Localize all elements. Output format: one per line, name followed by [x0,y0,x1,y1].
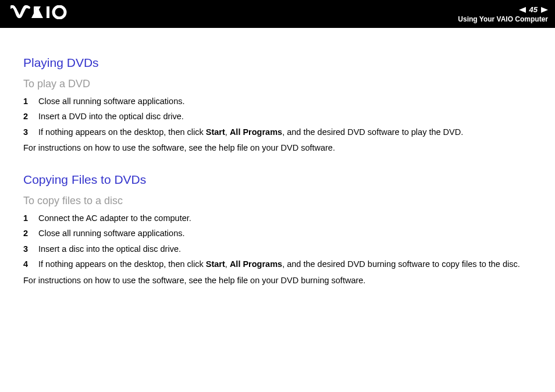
svg-point-3 [54,6,65,18]
step-item: 1 Close all running software application… [23,96,532,108]
step-text: Connect the AC adapter to the computer. [38,213,532,224]
section-subtitle: To copy files to a disc [23,194,532,208]
svg-rect-2 [47,6,49,18]
step-number: 2 [23,228,38,240]
step-item: 1 Connect the AC adapter to the computer… [23,213,532,224]
step-text: Insert a disc into the optical disc driv… [38,244,532,255]
section-copying-dvds: Copying Files to DVDs To copy files to a… [23,172,532,286]
step-bold: All Programs [230,259,282,269]
step-number: 4 [23,259,38,270]
step-list: 1 Close all running software application… [23,96,532,138]
page-number: 45 [529,5,538,14]
step-number: 3 [23,244,38,255]
step-text-fragment: , and the desired DVD burning software t… [282,259,520,269]
page-content: Playing DVDs To play a DVD 1 Close all r… [0,28,555,286]
svg-marker-4 [519,7,526,13]
page-header: 45 Using Your VAIO Computer [0,0,555,28]
section-title: Copying Files to DVDs [23,172,532,188]
step-text: Close all running software applications. [38,96,532,108]
step-text-fragment: , and the desired DVD software to play t… [282,127,463,137]
section-note: For instructions on how to use the softw… [23,275,532,287]
step-list: 1 Connect the AC adapter to the computer… [23,213,532,270]
step-text-fragment: If nothing appears on the desktop, then … [38,259,206,269]
section-title: Playing DVDs [23,55,532,71]
step-text: Insert a DVD into the optical disc drive… [38,111,532,123]
svg-marker-5 [541,7,548,13]
next-page-arrow-icon[interactable] [541,7,548,13]
step-bold: Start [206,259,225,269]
vaio-logo [10,0,74,24]
step-item: 3 If nothing appears on the desktop, the… [23,127,532,138]
step-number: 2 [23,111,38,123]
step-item: 2 Insert a DVD into the optical disc dri… [23,111,532,123]
section-subtitle: To play a DVD [23,77,532,91]
step-text-fragment: , [225,127,230,137]
section-playing-dvds: Playing DVDs To play a DVD 1 Close all r… [23,55,532,154]
header-subtitle: Using Your VAIO Computer [458,15,548,23]
header-right: 45 Using Your VAIO Computer [458,5,548,24]
prev-page-arrow-icon[interactable] [519,7,526,13]
step-text-fragment: If nothing appears on the desktop, then … [38,127,206,137]
step-number: 1 [23,96,38,108]
step-item: 2 Close all running software application… [23,228,532,240]
step-bold: All Programs [230,127,282,137]
step-number: 1 [23,213,38,224]
step-item: 3 Insert a disc into the optical disc dr… [23,244,532,255]
page-nav: 45 [519,5,548,14]
step-text-fragment: , [225,259,230,269]
step-bold: Start [206,127,225,137]
step-text: Close all running software applications. [38,228,532,240]
step-text: If nothing appears on the desktop, then … [38,259,532,270]
step-text: If nothing appears on the desktop, then … [38,127,532,138]
section-note: For instructions on how to use the softw… [23,142,532,154]
step-item: 4 If nothing appears on the desktop, the… [23,259,532,270]
step-number: 3 [23,127,38,138]
